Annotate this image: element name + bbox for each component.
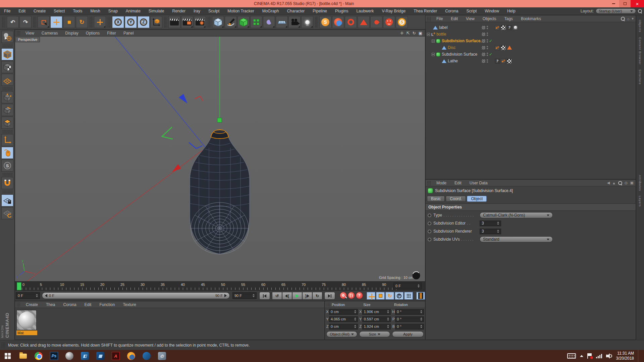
redo-button[interactable]: ↷ (19, 16, 32, 28)
edges-mode-button[interactable] (1, 104, 13, 116)
taskbar-photoshop[interactable]: Ps (46, 350, 62, 362)
record-key-button[interactable] (340, 292, 347, 299)
vp-menu-panel[interactable]: Panel (120, 31, 138, 36)
om-menu-bookmarks[interactable]: Bookmarks (517, 16, 545, 21)
key-pla-toggle[interactable] (404, 292, 413, 300)
network-icon[interactable] (596, 354, 602, 358)
menu-help[interactable]: Help (503, 9, 520, 13)
object-name[interactable]: Subdivision Surface.4 (442, 39, 484, 43)
om-menu-edit[interactable]: Edit (447, 16, 462, 21)
move-tool-button[interactable] (50, 16, 62, 28)
pos-z-field[interactable]: 0 cm (329, 324, 358, 329)
side-tab-objects[interactable]: Objects (638, 20, 642, 33)
render-settings-button[interactable] (194, 16, 206, 28)
spinner-icon[interactable] (251, 294, 255, 297)
subdivision-editor-field[interactable]: 3 (480, 221, 501, 226)
collapse-icon[interactable] (432, 40, 435, 43)
keyboard-icon[interactable] (567, 353, 576, 359)
apply-button[interactable]: Apply (392, 331, 424, 337)
menu-snap[interactable]: Snap (104, 9, 122, 13)
size-x-field[interactable]: 1.906 cm (362, 309, 391, 315)
menu-mesh[interactable]: Mesh (86, 9, 104, 13)
object-name[interactable]: label (439, 25, 447, 30)
axis-x-lock-button[interactable]: X (112, 16, 124, 28)
taskbar-gray-app[interactable]: ◴ (154, 350, 170, 362)
visibility-dots-icon[interactable] (487, 53, 488, 56)
menu-corona[interactable]: Corona (441, 9, 462, 13)
layer-toggle-icon[interactable] (481, 39, 486, 43)
range-left-icon[interactable] (45, 294, 47, 297)
model-mode-button[interactable] (1, 48, 13, 60)
taskbar-sphere-app[interactable] (62, 350, 77, 362)
iray-button[interactable] (383, 16, 395, 28)
last-tool-button[interactable] (94, 16, 106, 28)
visibility-dots-icon[interactable] (487, 39, 488, 43)
pin-icon[interactable]: ▲ (612, 181, 616, 185)
menu-thea-render[interactable]: Thea Render (410, 9, 441, 13)
menu-character[interactable]: Character (283, 9, 309, 13)
panel-grip[interactable] (16, 31, 20, 36)
collapse-icon[interactable] (427, 33, 430, 36)
x-axis-arrow[interactable] (172, 164, 181, 172)
menu-vray-bridge[interactable]: V-Ray Bridge (378, 9, 410, 13)
menu-sculpt[interactable]: Sculpt (204, 9, 223, 13)
pos-y-field[interactable]: 4.065 cm (329, 316, 358, 322)
uvw-tag-icon[interactable] (501, 45, 506, 50)
animation-dot-icon[interactable] (428, 230, 431, 233)
go-end-button[interactable] (324, 292, 335, 300)
end-frame-field[interactable]: 90 F (232, 292, 257, 299)
toolbar-grip[interactable] (315, 16, 318, 28)
thea-button[interactable] (370, 16, 382, 28)
back-icon[interactable]: ◀ (607, 181, 610, 185)
make-editable-button[interactable] (1, 31, 13, 43)
coord-mode-dropdown[interactable]: Object (Rel) (326, 331, 357, 337)
toolbar-grip[interactable] (207, 16, 211, 28)
go-start-button[interactable] (259, 292, 270, 300)
animation-dot-icon[interactable] (428, 222, 431, 225)
taskbar-file-explorer[interactable] (15, 350, 31, 362)
object-name[interactable]: Subdivision Surface (442, 52, 477, 57)
current-frame-field[interactable]: 0 F (16, 292, 40, 299)
add-cube-button[interactable] (212, 16, 224, 28)
menu-laubwerk[interactable]: Laubwerk (352, 9, 378, 13)
tab-coord[interactable]: Coord. (446, 196, 466, 202)
om-menu-objects[interactable]: Objects (479, 16, 500, 21)
enable-axis-button[interactable] (1, 134, 13, 146)
y-axis-handle[interactable] (217, 118, 222, 122)
menu-window[interactable]: Window (481, 9, 503, 13)
menu-select[interactable]: Select (50, 9, 69, 13)
visibility-dots-icon[interactable] (487, 26, 488, 29)
material-tag-icon[interactable] (495, 45, 500, 50)
z-axis-arrow[interactable] (179, 94, 187, 104)
enabled-check-icon[interactable]: ✓ (489, 39, 493, 43)
subdivision-surface-button[interactable] (237, 16, 250, 28)
om-menu-file[interactable]: File (432, 16, 447, 21)
search-icon[interactable] (621, 17, 625, 21)
lock-workplane-button[interactable] (1, 194, 13, 206)
panel-grip[interactable] (427, 181, 431, 185)
zoom-icon[interactable]: ⇱ (407, 31, 410, 36)
prev-key-button[interactable]: ↺ (272, 292, 282, 300)
side-tab-structure[interactable]: Structure (638, 69, 642, 85)
visibility-dots-icon[interactable] (487, 46, 488, 49)
menu-pipeline[interactable]: Pipeline (309, 9, 331, 13)
key-position-toggle[interactable] (367, 292, 375, 300)
collapse-icon[interactable] (432, 53, 435, 56)
start-button[interactable] (0, 350, 15, 362)
taskbar-adobe-app[interactable]: A (108, 350, 123, 362)
size-mode-dropdown[interactable]: Size (359, 331, 390, 337)
toolbar-grip[interactable] (33, 16, 36, 28)
object-name[interactable]: Lathe (448, 59, 458, 63)
object-row-disc[interactable]: Disc (426, 44, 636, 51)
mat-menu-create[interactable]: Create (22, 302, 42, 307)
points-mode-button[interactable] (1, 91, 13, 103)
show-desktop-button[interactable] (638, 350, 641, 362)
range-right-icon[interactable] (224, 294, 227, 297)
close-button[interactable] (631, 0, 644, 7)
rot-h-field[interactable]: 0 ° (395, 309, 424, 315)
enabled-check-icon[interactable]: ✓ (489, 52, 493, 57)
animation-dot-icon[interactable] (428, 214, 431, 217)
taskbar-chrome[interactable] (31, 350, 46, 362)
enable-snap-button[interactable]: S (1, 160, 13, 172)
vray-button[interactable] (332, 16, 344, 28)
